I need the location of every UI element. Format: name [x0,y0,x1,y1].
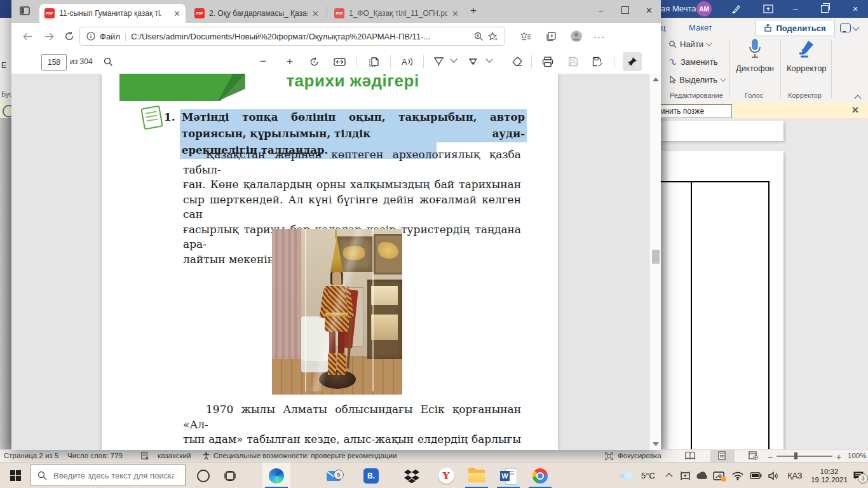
add-favorite-star-icon[interactable] [488,32,498,41]
taskbar-explorer[interactable] [463,463,491,488]
status-page-count[interactable]: Страница 2 из 5 [4,452,58,459]
tray-volume-icon[interactable] [765,463,782,488]
taskbar-search[interactable] [31,464,186,486]
cortana-button[interactable] [191,463,216,488]
zoom-in-icon[interactable]: + [281,53,299,71]
weather-cloud-icon[interactable] [615,463,638,488]
print-icon[interactable] [539,53,557,71]
dictate-command[interactable]: Диктофон [736,38,774,73]
word-minimize-button[interactable]: – [783,0,808,18]
word-restore-button[interactable] [812,0,837,18]
address-bar[interactable]: Файл | C:/Users/admin/Documents/Новый%20… [79,27,505,46]
ribbon-tab-layout[interactable]: Макет [689,23,712,32]
word-ink-pen-icon[interactable] [731,3,742,15]
page-view-icon[interactable] [365,53,383,71]
ribbon-tab-fragment[interactable]: ц [661,23,665,32]
share-button[interactable]: Поделиться [755,20,835,36]
search-input[interactable] [52,470,175,481]
tray-language[interactable]: ҚАЗ [783,463,807,488]
chevron-down-icon [707,40,712,46]
tray-wifi-icon[interactable] [729,463,746,488]
taskbar-dropbox[interactable] [398,463,426,488]
settings-menu-icon[interactable]: ··· [591,28,607,44]
forward-icon[interactable] [41,28,57,44]
status-word-count[interactable]: Число слов: 779 [67,452,123,459]
zoom-out-icon[interactable]: − [254,53,272,71]
fit-to-width-icon[interactable] [330,53,348,71]
scroll-down-arrow[interactable] [653,442,659,446]
save-as-icon[interactable] [588,53,606,71]
page-number-input[interactable] [41,54,67,71]
tray-clock[interactable]: 10:32 19.12.2021 [810,463,849,488]
zoom-page-icon[interactable] [474,32,484,41]
zoom-in-button[interactable]: + [836,452,841,462]
status-language[interactable]: казахский [158,452,191,459]
replace-command[interactable]: Заменить [668,57,717,67]
search-document-icon[interactable] [99,53,117,71]
rotate-icon[interactable] [305,53,323,71]
tab-close-icon[interactable]: ✕ [173,9,180,18]
tab-close-icon[interactable]: ✕ [452,9,459,18]
weather-temperature[interactable]: 5°C [638,463,658,488]
tab-actions-menu-icon[interactable] [19,5,31,17]
tab-close-icon[interactable]: ✕ [312,9,319,18]
tray-screenshare-icon[interactable] [710,463,727,488]
draw-pen-icon[interactable] [430,53,447,71]
edge-tab-1[interactable]: PDF 11-сынып Гуманитар қазақ тілі ✕ [39,4,186,23]
highlighter-icon[interactable] [464,53,482,71]
status-zoom-percent[interactable]: 100% [848,452,866,459]
chevron-down-icon[interactable] [485,55,492,62]
scrollbar-thumb[interactable] [652,250,660,264]
editor-command[interactable]: Корректор [787,38,827,73]
favorites-bar-icon[interactable] [517,28,534,44]
chevron-down-icon[interactable] [450,55,457,62]
word-close-button[interactable]: × [843,0,868,18]
tray-onedrive-icon[interactable] [694,463,709,488]
pin-toolbar-button[interactable] [623,52,642,71]
taskbar-edge[interactable] [262,463,290,488]
tray-battery-icon[interactable] [747,463,764,488]
task-view-button[interactable] [217,463,243,488]
new-tab-button[interactable]: + [470,4,477,17]
scroll-up-arrow[interactable] [653,78,659,81]
edge-minimize-button[interactable]: – [590,0,612,20]
read-mode-icon[interactable] [685,451,695,460]
back-icon[interactable] [19,28,36,44]
tray-expand-chevron[interactable] [662,463,676,488]
pdf-scrollbar[interactable] [649,74,661,450]
edge-close-button[interactable]: ✕ [638,0,660,20]
start-button[interactable] [0,463,31,488]
word-account-avatar[interactable]: AM [696,1,712,17]
select-command[interactable]: Выделить [668,75,726,85]
eraser-icon[interactable] [508,53,526,71]
find-command[interactable]: Найти [668,39,712,49]
read-aloud-icon[interactable]: A [398,53,416,71]
web-layout-icon[interactable] [749,451,758,460]
print-layout-icon[interactable] [718,451,726,460]
collapse-ribbon-chevron[interactable] [854,95,861,102]
zoom-slider-track[interactable] [776,456,832,457]
zoom-slider-thumb[interactable] [794,452,797,459]
save-icon[interactable] [564,53,582,71]
ribbon-display-options-icon[interactable] [763,3,774,15]
refresh-icon[interactable] [61,28,78,44]
profile-avatar[interactable] [568,28,585,44]
notification-close-icon[interactable]: ✕ [851,105,859,115]
proofing-icon[interactable] [141,452,149,460]
status-focus[interactable]: Фокусировка [618,452,661,459]
comments-button[interactable] [840,21,863,35]
taskbar-word[interactable]: W [494,463,522,488]
taskbar-yandex[interactable]: Y [432,463,460,488]
edge-maximize-button[interactable] [614,0,636,20]
taskbar-mail[interactable]: 5 [320,463,348,488]
status-accessibility[interactable]: Специальные возможности: проверьте реком… [214,452,397,459]
collections-icon[interactable] [543,28,559,44]
tray-display-icon[interactable] [677,463,693,488]
edge-tab-3[interactable]: PDF 1_ФО_Қазақ тілі_11_ОГН.pdf ✕ [329,4,464,23]
notification-center-button[interactable]: 3 [849,463,868,488]
taskbar-vk[interactable]: B. [357,463,385,488]
edge-tab-2[interactable]: PDF 2. Оқу бағдарламасы_ Қазақ тіл ✕ [189,4,324,23]
zoom-out-button[interactable]: − [768,452,773,462]
address-scheme: Файл [100,32,120,41]
taskbar-chrome[interactable] [526,463,554,488]
